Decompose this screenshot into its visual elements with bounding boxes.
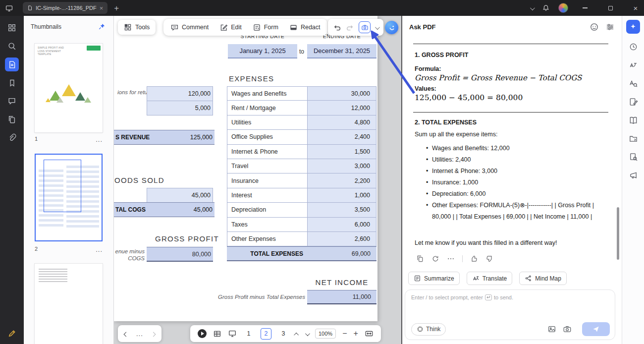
cogs-heading: OODS SOLD bbox=[114, 176, 164, 184]
thumbs-up-icon[interactable] bbox=[470, 255, 478, 263]
minimize-button[interactable] bbox=[577, 0, 593, 16]
chevron-right-icon[interactable] bbox=[152, 329, 155, 338]
ai-translate-icon[interactable] bbox=[629, 60, 638, 70]
page-thumbnail-1[interactable]: SIMPLE PROFIT AND LOSS STATEMENT TEMPLAT… bbox=[35, 44, 103, 132]
fit-width-icon[interactable] bbox=[365, 329, 374, 338]
ocr-icon[interactable] bbox=[629, 152, 638, 162]
regenerate-icon[interactable] bbox=[431, 255, 439, 263]
zoom-level[interactable]: 100% bbox=[315, 329, 336, 339]
thumb1-green-badge bbox=[87, 46, 101, 51]
chevron-down-icon[interactable] bbox=[530, 3, 534, 12]
smiley-icon[interactable] bbox=[590, 22, 599, 32]
screenshot-dropdown-caret-icon[interactable] bbox=[375, 23, 378, 32]
expense-value: 4,800 bbox=[307, 115, 376, 129]
pin-icon[interactable] bbox=[98, 23, 106, 30]
zoom-out-button[interactable]: − bbox=[342, 330, 347, 338]
edit-label: Edit bbox=[231, 24, 242, 31]
tools-button[interactable]: Tools bbox=[118, 20, 156, 35]
page-thumbnail-2-selected[interactable] bbox=[35, 154, 103, 241]
home-icon[interactable] bbox=[0, 4, 18, 12]
redo-icon[interactable] bbox=[346, 23, 354, 32]
pages-icon[interactable] bbox=[5, 113, 19, 126]
notifications-bell-icon[interactable] bbox=[542, 4, 550, 12]
more-pages-button[interactable]: ... bbox=[136, 330, 143, 338]
expense-value: 6,000 bbox=[307, 218, 376, 231]
thumbs-down-icon[interactable] bbox=[485, 255, 493, 263]
mind-map-button[interactable]: Mind Map bbox=[519, 272, 567, 285]
redact-button[interactable]: Redact bbox=[289, 23, 321, 32]
attachments-paperclip-icon[interactable] bbox=[5, 131, 19, 145]
ai-assistant-button[interactable] bbox=[385, 21, 398, 34]
comments-icon[interactable] bbox=[5, 94, 19, 108]
expense-row: Utilities 4,800 bbox=[227, 115, 376, 130]
expense-label: Taxes bbox=[227, 218, 307, 231]
ai-panel-active-icon[interactable] bbox=[626, 20, 640, 34]
right-sidebar bbox=[622, 16, 644, 344]
chevron-left-icon[interactable] bbox=[124, 329, 128, 338]
page-button-2-current[interactable]: 2 bbox=[261, 328, 271, 340]
ai-history-icon[interactable] bbox=[629, 42, 638, 52]
thumbnail-more-icon[interactable]: ... bbox=[96, 136, 103, 143]
total-expenses-row: TOTAL EXPENSES 69,000 bbox=[227, 246, 376, 261]
apps-grid-icon[interactable] bbox=[5, 21, 19, 35]
previous-page-chevron-up-icon[interactable] bbox=[295, 329, 299, 338]
share-announce-icon[interactable] bbox=[629, 170, 638, 180]
user-avatar[interactable] bbox=[558, 3, 568, 13]
edit-button[interactable]: Edit bbox=[219, 23, 242, 32]
thumbnail-more-icon[interactable]: ... bbox=[96, 246, 103, 253]
copy-icon[interactable] bbox=[416, 255, 424, 263]
next-page-chevron-down-icon[interactable] bbox=[305, 329, 309, 338]
undo-icon[interactable] bbox=[333, 23, 341, 32]
page-thumbnail-3[interactable] bbox=[35, 264, 103, 344]
screenshot-camera-button[interactable] bbox=[359, 21, 371, 33]
bookmark-icon[interactable] bbox=[5, 76, 19, 90]
page-button-3[interactable]: 3 bbox=[278, 328, 289, 340]
tab-close-icon[interactable]: × bbox=[100, 5, 104, 11]
viewport-indicator[interactable] bbox=[44, 160, 81, 212]
translate-button[interactable]: Translate bbox=[467, 272, 513, 285]
expense-label: Utilities bbox=[227, 115, 307, 129]
new-tab-button[interactable]: + bbox=[114, 4, 119, 12]
comment-button[interactable]: Comment bbox=[170, 23, 209, 32]
document-tab[interactable]: IC-Simple-...-11286_PDF × bbox=[23, 2, 107, 14]
pen-tool-icon[interactable] bbox=[5, 326, 19, 340]
file-export-icon[interactable] bbox=[629, 133, 638, 144]
form-button[interactable]: Form bbox=[253, 23, 278, 32]
page-number-label: 1 bbox=[35, 136, 38, 143]
screenshot-icon[interactable] bbox=[563, 325, 572, 334]
more-options-icon[interactable] bbox=[447, 255, 455, 263]
maximize-button[interactable] bbox=[602, 0, 619, 16]
presentation-icon[interactable] bbox=[228, 329, 237, 338]
divider bbox=[413, 44, 608, 44]
ask-pdf-title: Ask PDF bbox=[409, 23, 435, 31]
bullet-item: Depreciation: 6,000 bbox=[426, 188, 599, 200]
panel-scrollbar[interactable] bbox=[617, 207, 619, 260]
thumbnails-panel: Thumbnails SIMPLE PROFIT AND LOSS STATEM… bbox=[24, 16, 114, 344]
page-layout-icon[interactable] bbox=[213, 330, 221, 338]
thumb1-title: SIMPLE PROFIT AND LOSS STATEMENT TEMPLAT… bbox=[38, 46, 68, 56]
page-button-1[interactable]: 1 bbox=[243, 328, 254, 340]
chat-input-box[interactable]: Enter / to select prompt, enter to send.… bbox=[405, 289, 615, 340]
total-expenses-value: 69,000 bbox=[307, 247, 376, 260]
expense-row: Wages and Benefits 30,000 bbox=[227, 86, 376, 101]
ai-proofread-icon[interactable] bbox=[629, 78, 638, 89]
search-icon[interactable] bbox=[5, 39, 19, 53]
send-button[interactable] bbox=[582, 322, 610, 336]
expense-row: Rent / Mortgage 12,000 bbox=[227, 101, 376, 115]
summarize-button[interactable]: Summarize bbox=[408, 272, 460, 285]
settings-sliders-icon[interactable] bbox=[605, 22, 615, 32]
chat-input-controls: Think bbox=[411, 322, 610, 336]
ai-write-icon[interactable] bbox=[629, 97, 638, 107]
think-toggle[interactable]: Think bbox=[411, 323, 446, 336]
view-toolbar: 1 2 3 100% − + bbox=[190, 325, 381, 342]
ask-pdf-panel: Ask PDF 1. GROSS PROFIT Formula: Gross P… bbox=[401, 16, 622, 344]
close-button[interactable]: × bbox=[627, 0, 644, 16]
add-image-icon[interactable] bbox=[547, 325, 556, 334]
thumbnails-panel-icon[interactable] bbox=[5, 57, 19, 71]
date-separator: to bbox=[295, 44, 308, 58]
reader-mode-icon[interactable] bbox=[629, 115, 638, 125]
gross-revenue-row: S REVENUE 125,000 bbox=[114, 130, 215, 145]
quick-actions: Summarize Translate Mind Map bbox=[408, 272, 567, 285]
autoscroll-button[interactable] bbox=[198, 329, 207, 338]
zoom-in-button[interactable]: + bbox=[353, 330, 358, 338]
